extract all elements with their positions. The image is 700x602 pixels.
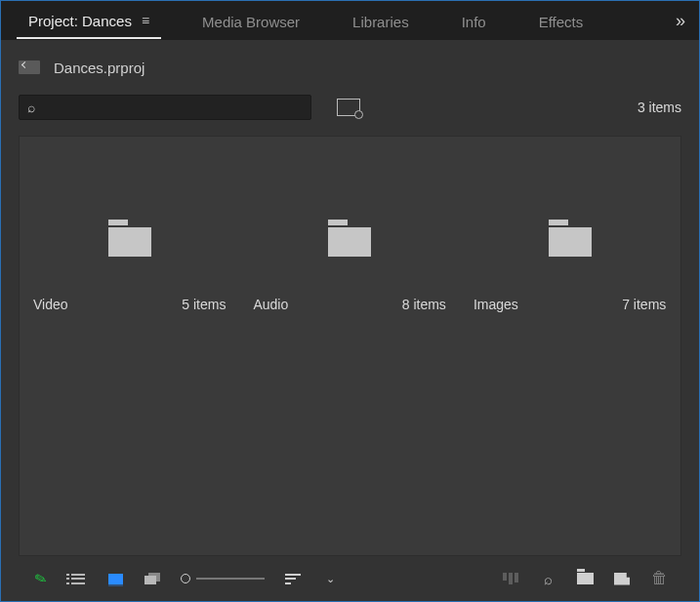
project-path-row: Dances.prproj <box>19 50 681 85</box>
bin-label-row: Images 7 items <box>474 297 666 312</box>
bin-name: Audio <box>253 297 288 312</box>
thumbnail-size-slider[interactable] <box>181 574 265 583</box>
project-toolbar: ✎ ⌄ ⌕ 🗑 <box>19 556 681 601</box>
search-input[interactable]: ⌕ <box>19 95 311 120</box>
tab-media-browser[interactable]: Media Browser <box>190 4 311 38</box>
panel-menu-icon[interactable]: ≡ <box>142 13 149 28</box>
write-enabled-icon[interactable]: ✎ <box>30 568 52 589</box>
slider-track <box>196 578 265 580</box>
item-count-label: 3 items <box>638 100 681 115</box>
list-view-button[interactable] <box>69 574 87 584</box>
panel-tab-bar: Project: Dances ≡ Media Browser Librarie… <box>1 1 699 40</box>
tab-info[interactable]: Info <box>450 4 498 38</box>
bin-count: 8 items <box>402 297 446 312</box>
sort-button[interactable] <box>284 574 302 584</box>
tab-libraries[interactable]: Libraries <box>341 4 421 38</box>
slider-knob-icon <box>181 574 190 583</box>
tabs-overflow-icon[interactable]: » <box>670 5 691 37</box>
automate-to-sequence-icon[interactable] <box>502 573 519 584</box>
bin-label-row: Audio 8 items <box>253 297 445 312</box>
search-icon: ⌕ <box>27 100 35 115</box>
tab-project[interactable]: Project: Dances ≡ <box>17 3 161 39</box>
bin-item[interactable]: Images 7 items <box>460 137 679 312</box>
search-row: ⌕ 3 items <box>19 91 681 124</box>
filter-bin-icon[interactable] <box>337 99 360 116</box>
project-panel: Dances.prproj ⌕ 3 items Video 5 items Au… <box>1 40 699 601</box>
bin-label-row: Video 5 items <box>33 297 226 312</box>
folder-icon <box>108 227 151 257</box>
freeform-view-button[interactable] <box>144 573 161 584</box>
project-filename: Dances.prproj <box>54 60 144 76</box>
bin-item[interactable]: Audio 8 items <box>239 137 459 312</box>
sort-menu-chevron-icon[interactable]: ⌄ <box>321 573 339 585</box>
delete-button[interactable]: 🗑 <box>650 569 668 588</box>
find-button[interactable]: ⌕ <box>539 571 556 587</box>
bin-name: Images <box>474 297 518 312</box>
folder-icon <box>549 227 592 257</box>
new-bin-button[interactable] <box>576 573 594 584</box>
bin-grid: Video 5 items Audio 8 items Images 7 ite… <box>19 136 681 556</box>
tab-effects[interactable]: Effects <box>527 4 596 38</box>
new-item-button[interactable] <box>613 573 631 585</box>
folder-icon <box>328 227 371 257</box>
nav-up-icon[interactable] <box>19 60 40 74</box>
bin-count: 7 items <box>622 297 666 312</box>
tab-project-label: Project: Dances <box>28 13 132 29</box>
icon-view-button[interactable] <box>106 574 124 584</box>
bin-item[interactable]: Video 5 items <box>20 137 239 312</box>
bin-count: 5 items <box>182 297 226 312</box>
bin-name: Video <box>33 297 68 312</box>
